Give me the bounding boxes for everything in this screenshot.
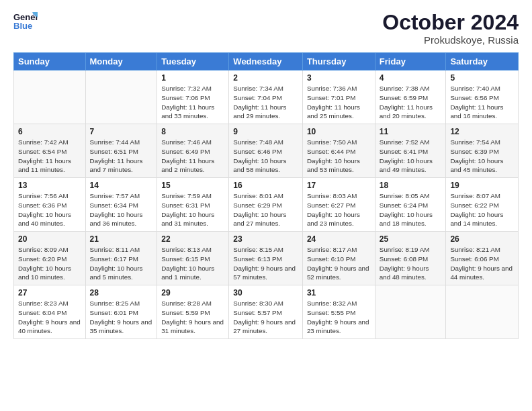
table-row — [446, 285, 519, 339]
table-row: 28Sunrise: 8:25 AM Sunset: 6:01 PM Dayli… — [85, 285, 157, 339]
table-row: 23Sunrise: 8:15 AM Sunset: 6:13 PM Dayli… — [229, 232, 303, 285]
day-number: 4 — [380, 73, 442, 83]
day-number: 21 — [90, 234, 153, 244]
header-sunday: Sunday — [14, 53, 86, 71]
day-info: Sunrise: 7:38 AM Sunset: 6:59 PM Dayligh… — [380, 84, 442, 121]
day-number: 11 — [380, 127, 442, 136]
day-info: Sunrise: 7:50 AM Sunset: 6:44 PM Dayligh… — [307, 138, 371, 175]
table-row: 21Sunrise: 8:11 AM Sunset: 6:17 PM Dayli… — [85, 232, 157, 285]
day-info: Sunrise: 8:09 AM Sunset: 6:20 PM Dayligh… — [18, 245, 81, 282]
day-info: Sunrise: 8:11 AM Sunset: 6:17 PM Dayligh… — [90, 245, 153, 282]
day-number: 15 — [161, 181, 224, 190]
table-row: 14Sunrise: 7:57 AM Sunset: 6:34 PM Dayli… — [85, 178, 157, 232]
day-info: Sunrise: 8:32 AM Sunset: 5:55 PM Dayligh… — [307, 299, 371, 336]
day-info: Sunrise: 7:59 AM Sunset: 6:31 PM Dayligh… — [161, 191, 224, 228]
subtitle: Prokudskoye, Russia — [382, 34, 519, 46]
table-row: 2Sunrise: 7:34 AM Sunset: 7:04 PM Daylig… — [229, 71, 303, 124]
table-row: 12Sunrise: 7:54 AM Sunset: 6:39 PM Dayli… — [446, 124, 519, 178]
header-monday: Monday — [85, 53, 157, 71]
table-row — [375, 285, 446, 339]
day-info: Sunrise: 7:40 AM Sunset: 6:56 PM Dayligh… — [450, 84, 514, 121]
svg-text:Blue: Blue — [13, 21, 32, 31]
table-row: 22Sunrise: 8:13 AM Sunset: 6:15 PM Dayli… — [157, 232, 229, 285]
table-row: 7Sunrise: 7:44 AM Sunset: 6:51 PM Daylig… — [85, 124, 157, 178]
day-number: 1 — [161, 73, 224, 83]
title-block: October 2024 Prokudskoye, Russia — [382, 11, 519, 46]
day-number: 6 — [18, 127, 81, 136]
table-row: 26Sunrise: 8:21 AM Sunset: 6:06 PM Dayli… — [446, 232, 519, 285]
day-number: 8 — [161, 127, 224, 136]
day-number: 13 — [18, 181, 81, 190]
table-row: 25Sunrise: 8:19 AM Sunset: 6:08 PM Dayli… — [375, 232, 446, 285]
day-number: 31 — [307, 288, 371, 298]
logo: General Blue — [13, 11, 38, 31]
table-row: 3Sunrise: 7:36 AM Sunset: 7:01 PM Daylig… — [302, 71, 375, 124]
calendar-week-row: 1Sunrise: 7:32 AM Sunset: 7:06 PM Daylig… — [14, 71, 519, 124]
page: General Blue October 2024 Prokudskoye, R… — [0, 0, 532, 411]
day-number: 26 — [450, 234, 514, 244]
day-info: Sunrise: 7:34 AM Sunset: 7:04 PM Dayligh… — [233, 84, 298, 121]
table-row: 10Sunrise: 7:50 AM Sunset: 6:44 PM Dayli… — [302, 124, 375, 178]
table-row: 11Sunrise: 7:52 AM Sunset: 6:41 PM Dayli… — [375, 124, 446, 178]
day-info: Sunrise: 8:07 AM Sunset: 6:22 PM Dayligh… — [450, 191, 514, 228]
table-row: 5Sunrise: 7:40 AM Sunset: 6:56 PM Daylig… — [446, 71, 519, 124]
day-info: Sunrise: 8:13 AM Sunset: 6:15 PM Dayligh… — [161, 245, 224, 282]
day-info: Sunrise: 8:19 AM Sunset: 6:08 PM Dayligh… — [380, 245, 442, 282]
table-row: 13Sunrise: 7:56 AM Sunset: 6:36 PM Dayli… — [14, 178, 86, 232]
table-row: 19Sunrise: 8:07 AM Sunset: 6:22 PM Dayli… — [446, 178, 519, 232]
day-info: Sunrise: 8:21 AM Sunset: 6:06 PM Dayligh… — [450, 245, 514, 282]
day-info: Sunrise: 8:15 AM Sunset: 6:13 PM Dayligh… — [233, 245, 298, 282]
calendar-week-row: 27Sunrise: 8:23 AM Sunset: 6:04 PM Dayli… — [14, 285, 519, 339]
day-info: Sunrise: 7:54 AM Sunset: 6:39 PM Dayligh… — [450, 138, 514, 175]
day-number: 3 — [307, 73, 371, 83]
day-info: Sunrise: 8:25 AM Sunset: 6:01 PM Dayligh… — [90, 299, 153, 336]
day-info: Sunrise: 7:36 AM Sunset: 7:01 PM Dayligh… — [307, 84, 371, 121]
table-row: 4Sunrise: 7:38 AM Sunset: 6:59 PM Daylig… — [375, 71, 446, 124]
day-info: Sunrise: 7:56 AM Sunset: 6:36 PM Dayligh… — [18, 191, 81, 228]
table-row — [14, 71, 86, 124]
day-info: Sunrise: 8:28 AM Sunset: 5:59 PM Dayligh… — [161, 299, 224, 336]
day-info: Sunrise: 7:57 AM Sunset: 6:34 PM Dayligh… — [90, 191, 153, 228]
day-info: Sunrise: 7:44 AM Sunset: 6:51 PM Dayligh… — [90, 138, 153, 175]
calendar-table: Sunday Monday Tuesday Wednesday Thursday… — [13, 52, 519, 339]
header-thursday: Thursday — [302, 53, 375, 71]
calendar-week-row: 20Sunrise: 8:09 AM Sunset: 6:20 PM Dayli… — [14, 232, 519, 285]
header-wednesday: Wednesday — [229, 53, 303, 71]
day-number: 20 — [18, 234, 81, 244]
table-row: 30Sunrise: 8:30 AM Sunset: 5:57 PM Dayli… — [229, 285, 303, 339]
day-number: 18 — [380, 181, 442, 190]
table-row: 6Sunrise: 7:42 AM Sunset: 6:54 PM Daylig… — [14, 124, 86, 178]
day-info: Sunrise: 7:42 AM Sunset: 6:54 PM Dayligh… — [18, 138, 81, 175]
table-row: 16Sunrise: 8:01 AM Sunset: 6:29 PM Dayli… — [229, 178, 303, 232]
header-tuesday: Tuesday — [157, 53, 229, 71]
table-row: 8Sunrise: 7:46 AM Sunset: 6:49 PM Daylig… — [157, 124, 229, 178]
table-row — [85, 71, 157, 124]
day-number: 5 — [450, 73, 514, 83]
day-info: Sunrise: 8:17 AM Sunset: 6:10 PM Dayligh… — [307, 245, 371, 282]
table-row: 20Sunrise: 8:09 AM Sunset: 6:20 PM Dayli… — [14, 232, 86, 285]
day-number: 17 — [307, 181, 371, 190]
logo-icon: General Blue — [13, 11, 38, 31]
table-row: 29Sunrise: 8:28 AM Sunset: 5:59 PM Dayli… — [157, 285, 229, 339]
day-info: Sunrise: 7:48 AM Sunset: 6:46 PM Dayligh… — [233, 138, 298, 175]
table-row: 18Sunrise: 8:05 AM Sunset: 6:24 PM Dayli… — [375, 178, 446, 232]
day-info: Sunrise: 8:01 AM Sunset: 6:29 PM Dayligh… — [233, 191, 298, 228]
table-row: 24Sunrise: 8:17 AM Sunset: 6:10 PM Dayli… — [302, 232, 375, 285]
day-number: 2 — [233, 73, 298, 83]
day-number: 16 — [233, 181, 298, 190]
calendar-week-row: 13Sunrise: 7:56 AM Sunset: 6:36 PM Dayli… — [14, 178, 519, 232]
table-row: 1Sunrise: 7:32 AM Sunset: 7:06 PM Daylig… — [157, 71, 229, 124]
day-info: Sunrise: 7:46 AM Sunset: 6:49 PM Dayligh… — [161, 138, 224, 175]
table-row: 17Sunrise: 8:03 AM Sunset: 6:27 PM Dayli… — [302, 178, 375, 232]
day-info: Sunrise: 7:32 AM Sunset: 7:06 PM Dayligh… — [161, 84, 224, 121]
day-number: 7 — [90, 127, 153, 136]
day-number: 14 — [90, 181, 153, 190]
day-number: 25 — [380, 234, 442, 244]
table-row: 31Sunrise: 8:32 AM Sunset: 5:55 PM Dayli… — [302, 285, 375, 339]
day-number: 23 — [233, 234, 298, 244]
day-info: Sunrise: 8:03 AM Sunset: 6:27 PM Dayligh… — [307, 191, 371, 228]
table-row: 27Sunrise: 8:23 AM Sunset: 6:04 PM Dayli… — [14, 285, 86, 339]
day-number: 24 — [307, 234, 371, 244]
day-number: 19 — [450, 181, 514, 190]
day-number: 9 — [233, 127, 298, 136]
